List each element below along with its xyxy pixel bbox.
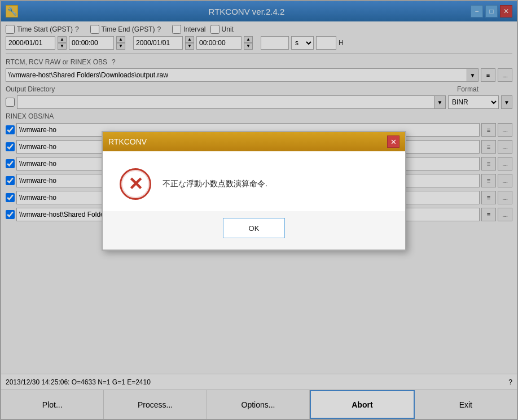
dialog-titlebar: RTKCONV ✕ [103,132,405,151]
error-x-symbol: ✕ [128,175,143,193]
dialog-footer: OK [103,211,405,250]
dialog-ok-button[interactable]: OK [223,218,285,238]
dialog-body: ✕ 不正な浮動小数点数演算命令. [103,151,405,211]
error-icon: ✕ [120,168,151,200]
dialog-close-button[interactable]: ✕ [387,135,400,148]
dialog-message: 不正な浮動小数点数演算命令. [163,179,267,189]
dialog-title: RTKCONV [108,137,147,146]
main-window: 🔧 RTKCONV ver.2.4.2 − □ ✕ Time Start (GP… [0,0,518,420]
error-icon-circle: ✕ [120,168,151,200]
dialog: RTKCONV ✕ ✕ 不正な浮動小数点数演算命令. OK [102,131,406,251]
